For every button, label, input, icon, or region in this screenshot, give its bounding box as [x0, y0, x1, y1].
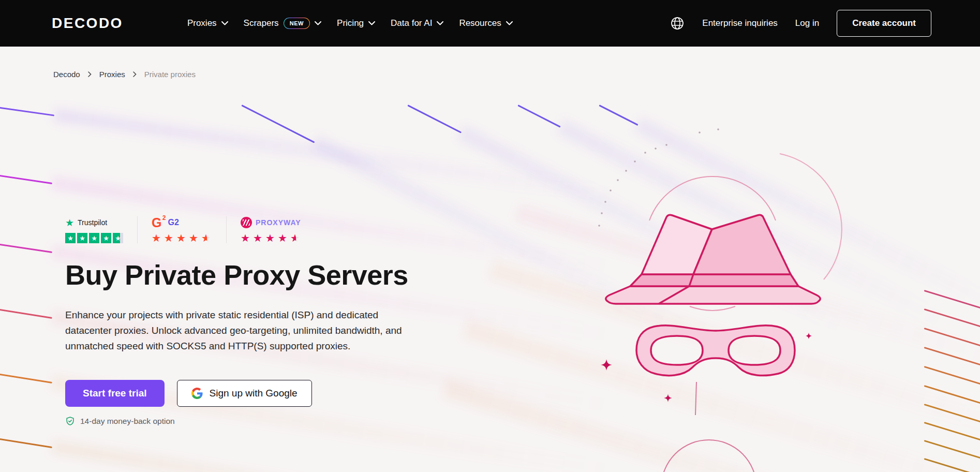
login-link[interactable]: Log in [795, 18, 819, 28]
trustpilot-stars: ★★★★★ [65, 233, 123, 243]
incognito-illustration [585, 124, 874, 472]
chevron-down-icon [437, 21, 443, 25]
money-back-label: 14-day money-back option [80, 417, 175, 426]
hero-content: ★ Trustpilot ★★★★★ G2 G2 ★★★★★★★★★★ PROX… [0, 47, 424, 426]
nav-right: Enterprise inquiries Log in Create accou… [670, 10, 931, 37]
nav-menu: Proxies Scrapers NEW Pricing Data for AI… [187, 18, 513, 29]
rating-label: PROXYWAY [256, 218, 301, 227]
star-glyph: ★★ [278, 233, 289, 243]
money-back-note: 14-day money-back option [65, 416, 424, 426]
beam-line [924, 347, 980, 388]
star-glyph: ★★ [253, 233, 264, 243]
beam-line [924, 385, 980, 426]
g2-logo-icon: G2 [152, 216, 164, 229]
beam-line [924, 440, 980, 472]
nav-item-pricing[interactable]: Pricing [337, 18, 375, 28]
star-glyph: ★★ [189, 233, 200, 243]
rating-g2: G2 G2 ★★★★★★★★★★ [152, 216, 227, 243]
nav-item-proxies[interactable]: Proxies [187, 18, 228, 28]
nav-item-data-for-ai[interactable]: Data for AI [391, 18, 443, 28]
shield-check-icon [65, 416, 75, 426]
rating-label: G2 [168, 218, 179, 227]
proxyway-logo-icon [241, 217, 252, 228]
beam-line [0, 438, 52, 448]
nav-item-label: Pricing [337, 18, 364, 28]
top-nav: DECODO Proxies Scrapers NEW Pricing Data… [0, 0, 980, 47]
beam-line [924, 366, 980, 407]
rating-trustpilot: ★ Trustpilot ★★★★★ [65, 216, 138, 243]
google-signup-label: Sign up with Google [210, 388, 298, 399]
cta-row: Start free trial Sign up with Google [65, 380, 424, 407]
create-account-button[interactable]: Create account [837, 10, 931, 37]
beam-line [924, 404, 980, 445]
google-icon [191, 388, 203, 399]
rating-proxyway: PROXYWAY ★★★★★★★★★★ [241, 216, 315, 243]
nav-item-resources[interactable]: Resources [459, 18, 512, 28]
rating-label: Trustpilot [78, 218, 107, 227]
ratings-row: ★ Trustpilot ★★★★★ G2 G2 ★★★★★★★★★★ PROX… [65, 216, 424, 243]
beam-line [924, 328, 980, 368]
chevron-down-icon [368, 21, 375, 25]
nav-item-label: Data for AI [391, 18, 432, 28]
page-title: Buy Private Proxy Servers [65, 259, 424, 291]
beam-line [924, 290, 980, 331]
star-glyph: ★★ [176, 233, 187, 243]
hero-section: Decodo Proxies Private proxies ★ Trustpi… [0, 47, 980, 472]
proxyway-stars: ★★★★★★★★★★ [241, 233, 301, 243]
start-free-trial-button[interactable]: Start free trial [65, 380, 165, 407]
star-box: ★ [113, 233, 123, 243]
g2-stars: ★★★★★★★★★★ [152, 233, 212, 243]
hero-description: Enhance your projects with private stati… [65, 307, 411, 354]
nav-item-scrapers[interactable]: Scrapers NEW [244, 18, 322, 29]
beam-line [517, 105, 560, 127]
star-glyph: ★★ [265, 233, 276, 243]
globe-icon [670, 16, 685, 31]
star-box: ★ [77, 233, 87, 243]
chevron-down-icon [506, 21, 513, 25]
star-box: ★ [89, 233, 99, 243]
logo[interactable]: DECODO [52, 15, 123, 32]
chevron-down-icon [315, 21, 321, 25]
star-box: ★ [65, 233, 76, 243]
star-glyph: ★★ [290, 233, 301, 243]
nav-item-label: Proxies [187, 18, 217, 28]
beam-line [599, 105, 638, 126]
star-glyph: ★★ [201, 233, 212, 243]
new-badge: NEW [284, 18, 310, 29]
star-glyph: ★★ [164, 233, 175, 243]
nav-item-label: Resources [459, 18, 501, 28]
fedora-hat [606, 215, 820, 304]
star-box: ★ [101, 233, 111, 243]
enterprise-inquiries-link[interactable]: Enterprise inquiries [702, 18, 778, 28]
star-glyph: ★★ [152, 233, 162, 243]
chevron-down-icon [221, 21, 228, 25]
eye-mask [636, 326, 795, 376]
beam-line [924, 308, 980, 349]
star-glyph: ★★ [241, 233, 251, 243]
google-signup-button[interactable]: Sign up with Google [177, 380, 312, 407]
trustpilot-star-icon: ★ [65, 218, 74, 228]
beam-line [924, 422, 980, 463]
language-globe-button[interactable] [670, 16, 685, 31]
nav-item-label: Scrapers [244, 18, 279, 28]
beam-line [924, 458, 980, 472]
